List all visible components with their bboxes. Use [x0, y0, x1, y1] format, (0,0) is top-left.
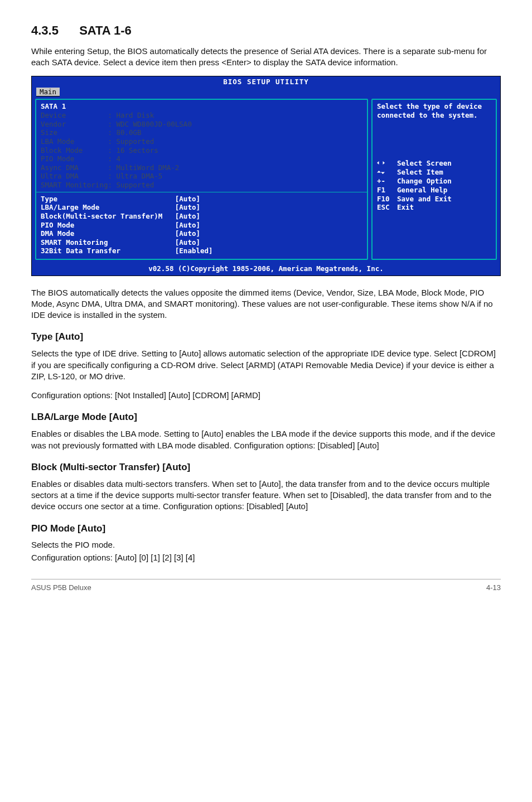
bios-info-row: Vendor : WDC WD800JD-00LSA0	[41, 120, 362, 129]
item-pio-opts: Configuration options: [Auto] [0] [1] [2…	[31, 552, 501, 563]
item-pio-title: PIO Mode [Auto]	[31, 523, 501, 535]
bios-info-row: SMART Monitoring: Supported	[41, 181, 362, 190]
section-heading: 4.3.5 SATA 1-6	[31, 22, 501, 39]
section-intro: While entering Setup, the BIOS automatic…	[31, 46, 501, 69]
svg-marker-0	[377, 161, 379, 165]
legend-key: F10	[377, 195, 397, 204]
section-title: SATA 1-6	[79, 23, 132, 37]
bios-info-row: Ultra DMA : Ultra DMA-5	[41, 172, 362, 181]
bios-legend: Select ScreenSelect Item+- Change Option…	[377, 159, 491, 212]
legend-desc: Select Screen	[397, 159, 452, 167]
bios-footer: v02.58 (C)Copyright 1985-2006, American …	[32, 263, 500, 276]
bios-setting-row[interactable]: SMART Monitoring [Auto]	[41, 238, 362, 247]
bios-setting-row[interactable]: Type [Auto]	[41, 195, 362, 204]
bios-setting-row[interactable]: LBA/Large Mode [Auto]	[41, 203, 362, 212]
footer-right: 4-13	[486, 583, 501, 593]
bios-help-text: Select the type of device connected to t…	[377, 102, 491, 119]
bios-setting-row[interactable]: Block(Multi-sector Transfer)M [Auto]	[41, 212, 362, 221]
bios-info-row: Block Mode : 16 Sectors	[41, 146, 362, 155]
bios-window: BIOS SETUP UTILITY Main SATA 1 Device : …	[31, 76, 501, 276]
page-footer: ASUS P5B Deluxe 4-13	[31, 579, 501, 593]
item-lba-body: Enables or disables the LBA mode. Settin…	[31, 428, 501, 451]
item-type-opts: Configuration options: [Not Installed] […	[31, 390, 501, 401]
bios-title: BIOS SETUP UTILITY	[32, 76, 500, 88]
section-number: 4.3.5	[31, 22, 76, 39]
bios-legend-row: ESC Exit	[377, 203, 491, 212]
arrow-up-down-icon	[377, 168, 397, 177]
bios-settings-block: Type [Auto]LBA/Large Mode [Auto]Block(Mu…	[41, 195, 362, 255]
item-type-body: Selects the type of IDE drive. Setting t…	[31, 348, 501, 382]
bios-info-row: Size : 80.0GB	[41, 128, 362, 137]
legend-desc: Save and Exit	[397, 195, 452, 203]
svg-marker-3	[381, 172, 385, 174]
bios-main-panel: SATA 1 Device : Hard DiskVendor : WDC WD…	[35, 99, 368, 260]
bios-legend-row: F1 General Help	[377, 186, 491, 195]
item-type-title: Type [Auto]	[31, 331, 501, 344]
item-block-body: Enables or disables data multi-sectors t…	[31, 479, 501, 513]
legend-key: ESC	[377, 203, 397, 212]
legend-desc: Change Option	[397, 177, 452, 185]
legend-key: F1	[377, 186, 397, 195]
bios-legend-row: F10 Save and Exit	[377, 195, 491, 204]
svg-marker-2	[377, 171, 381, 173]
bios-legend-row: Select Item	[377, 168, 491, 177]
bios-help-panel: Select the type of device connected to t…	[371, 99, 497, 260]
item-pio-body: Selects the PIO mode.	[31, 539, 501, 550]
bios-setting-row[interactable]: DMA Mode [Auto]	[41, 229, 362, 238]
bios-legend-row: +- Change Option	[377, 177, 491, 186]
item-lba-title: LBA/Large Mode [Auto]	[31, 411, 501, 424]
bios-setting-row[interactable]: PIO Mode [Auto]	[41, 221, 362, 230]
footer-left: ASUS P5B Deluxe	[31, 583, 91, 593]
bios-info-block: Device : Hard DiskVendor : WDC WD800JD-0…	[41, 111, 362, 190]
bios-setting-row[interactable]: 32Bit Data Transfer [Enabled]	[41, 247, 362, 255]
bios-info-row: PIO Mode : 4	[41, 154, 362, 163]
legend-desc: General Help	[397, 186, 447, 194]
bios-info-row: Device : Hard Disk	[41, 111, 362, 120]
post-bios-paragraph: The BIOS automatically detects the value…	[31, 287, 501, 321]
bios-info-row: LBA Mode : Supported	[41, 137, 362, 146]
legend-key: +-	[377, 177, 397, 186]
legend-desc: Select Item	[397, 168, 443, 176]
bios-separator	[36, 192, 367, 192]
svg-marker-1	[383, 161, 385, 165]
bios-tab-main[interactable]: Main	[36, 88, 60, 97]
item-block-title: Block (Multi-sector Transfer) [Auto]	[31, 461, 501, 474]
bios-panel-title: SATA 1	[41, 102, 362, 111]
bios-legend-row: Select Screen	[377, 159, 491, 168]
arrow-left-right-icon	[377, 159, 397, 168]
bios-info-row: Async DMA : MultiWord DMA-2	[41, 163, 362, 172]
legend-desc: Exit	[397, 203, 414, 211]
